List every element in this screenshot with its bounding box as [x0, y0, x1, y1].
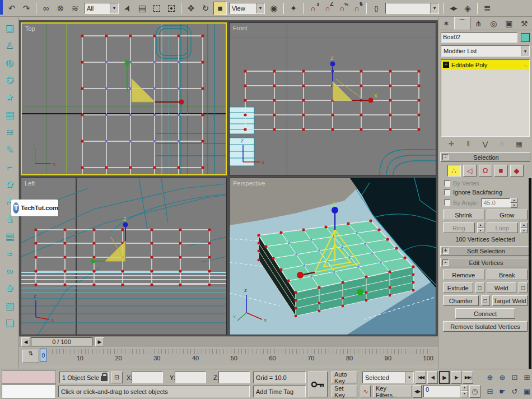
zoom-icon[interactable]: ⊕: [484, 371, 496, 384]
element-mode-icon[interactable]: ◆: [510, 165, 524, 177]
current-frame-marker[interactable]: 0: [40, 349, 47, 362]
selection-filter-dropdown[interactable]: All ▼: [84, 3, 119, 14]
edge-mode-icon[interactable]: ◁: [463, 165, 477, 177]
collapse-icon[interactable]: -: [442, 154, 449, 160]
time-slider-track[interactable]: ◀ 0 / 100 ▶: [19, 336, 438, 347]
select-and-move-icon[interactable]: ✥: [184, 2, 198, 15]
window-crossing-toggle-icon[interactable]: [165, 2, 178, 15]
select-and-manipulate-icon[interactable]: ✦: [287, 2, 300, 15]
spinner-down-icon[interactable]: ▼: [461, 391, 468, 397]
frame-spinner[interactable]: ▲ ▼: [461, 385, 468, 397]
layer-manager-icon[interactable]: ≣: [480, 2, 494, 15]
soft-selection-rollout-header[interactable]: + Soft Selection: [440, 246, 530, 256]
edit-vertices-rollout-header[interactable]: - Edit Vertices: [440, 258, 530, 267]
expand-icon[interactable]: +: [443, 62, 449, 68]
zoom-all-icon[interactable]: ⊛: [496, 371, 508, 384]
unlink-selection-icon[interactable]: ⊗: [54, 2, 67, 15]
snap-toggle-3d-icon[interactable]: ∩3: [306, 2, 320, 15]
maxscript-listener-pink[interactable]: [2, 370, 56, 384]
zoom-extents-icon[interactable]: ⊡: [508, 371, 521, 384]
perspective-viewport-canvas[interactable]: Z Z X Y: [230, 178, 436, 335]
undo-icon[interactable]: ↶: [5, 2, 18, 15]
border-mode-icon[interactable]: Ω: [479, 165, 492, 177]
next-frame-icon[interactable]: |▶: [451, 371, 461, 384]
chisel-icon[interactable]: ✎: [2, 141, 17, 158]
motion-tab-icon[interactable]: ◎: [486, 17, 502, 30]
keyable-curve-icon[interactable]: ∿: [361, 386, 371, 397]
weld-button[interactable]: Weld: [487, 282, 517, 293]
viewport-top[interactable]: Top: [21, 22, 227, 175]
select-and-scale-icon[interactable]: ■: [213, 2, 227, 15]
connect-button[interactable]: Connect: [455, 308, 515, 319]
chevron-down-icon[interactable]: ▼: [256, 3, 264, 13]
named-selection-dropdown[interactable]: ▼: [385, 3, 439, 14]
configure-modifier-sets-icon[interactable]: ▦: [513, 139, 525, 149]
min-max-toggle-icon[interactable]: ▣: [521, 385, 532, 398]
object-name-field[interactable]: Box02: [441, 33, 517, 43]
redo-icon[interactable]: ↷: [20, 2, 33, 15]
absolute-offset-toggle-icon[interactable]: ⊡: [111, 372, 123, 383]
collapse-icon[interactable]: -: [442, 259, 449, 266]
spinner-up-icon[interactable]: ▲: [520, 222, 528, 228]
selection-rollout-header[interactable]: - Selection: [440, 152, 530, 162]
target-weld-button[interactable]: Target Weld: [492, 295, 528, 306]
chevron-down-icon[interactable]: ▼: [405, 372, 413, 383]
rope-knot-icon[interactable]: ∞: [2, 262, 17, 280]
extrude-settings-icon[interactable]: □: [475, 282, 484, 293]
ragdoll-icon[interactable]: ♚: [2, 280, 17, 297]
zoom-extents-all-icon[interactable]: ⊞: [521, 371, 532, 384]
spinner-up-icon[interactable]: ▲: [477, 222, 484, 228]
spinner-up-icon[interactable]: ▲: [461, 385, 468, 391]
chevron-down-icon[interactable]: ▼: [110, 3, 118, 13]
hierarchy-tab-icon[interactable]: ⋔: [470, 17, 486, 30]
mini-curve-editor-icon[interactable]: ⇅: [22, 350, 39, 363]
checker-icon[interactable]: ▦: [2, 106, 17, 123]
cloth-shirt-icon[interactable]: ♙: [2, 36, 17, 54]
auto-key-button[interactable]: Auto Key: [332, 372, 357, 383]
select-and-rotate-icon[interactable]: ↻: [199, 2, 212, 15]
pin-icon[interactable]: ✪: [2, 71, 17, 89]
panel-scrollbar[interactable]: [529, 178, 531, 369]
rectangular-selection-region-icon[interactable]: [150, 2, 164, 15]
modify-tab-icon[interactable]: ⌒: [454, 17, 471, 30]
set-keys-button[interactable]: [309, 372, 328, 397]
extrude-button[interactable]: Extrude: [443, 282, 473, 293]
utilities-tab-icon[interactable]: ⚒: [517, 17, 532, 30]
bind-to-space-warp-icon[interactable]: ≋: [68, 2, 82, 15]
water-waves-icon[interactable]: ≈: [2, 245, 17, 262]
z-coord-field[interactable]: [218, 372, 250, 383]
remove-button[interactable]: Remove: [443, 270, 484, 280]
time-slider-handle[interactable]: 0 / 100: [31, 337, 92, 346]
ring-button[interactable]: Ring: [443, 222, 475, 233]
pin-stack-icon[interactable]: ✛: [445, 139, 458, 149]
ring-spinner[interactable]: ▲ ▼: [477, 222, 484, 233]
time-slider-next-icon[interactable]: ▶: [95, 337, 104, 346]
spinner-down-icon[interactable]: ▼: [477, 228, 484, 234]
vertex-mode-icon[interactable]: ∴: [447, 165, 461, 177]
key-mode-toggle-icon[interactable]: ◀▶: [413, 385, 422, 398]
object-color-swatch[interactable]: [521, 33, 530, 42]
softbody-ball-icon[interactable]: ◍: [2, 54, 17, 71]
x-coord-field[interactable]: [132, 372, 163, 383]
named-selection-sets-icon[interactable]: {}: [370, 2, 383, 15]
loop-spinner[interactable]: ▲ ▼: [520, 222, 528, 233]
maxscript-listener-white[interactable]: [2, 384, 56, 398]
hinge-icon[interactable]: ⌐: [2, 158, 17, 175]
modifier-stack[interactable]: + Editable Poly ·.: [441, 59, 530, 137]
viewport-perspective[interactable]: Perspective: [229, 178, 436, 335]
select-by-name-icon[interactable]: ▤: [136, 2, 149, 15]
rigid-body-cubes-icon[interactable]: ▣: [2, 19, 17, 36]
y-coord-field[interactable]: [175, 372, 206, 383]
ignore-backfacing-checkbox[interactable]: [444, 189, 450, 196]
key-filter-selection-dropdown[interactable]: Selected ▼: [362, 372, 414, 383]
arc-rotate-icon[interactable]: ↺: [508, 385, 521, 398]
chamfer-button[interactable]: Chamfer: [443, 295, 479, 306]
by-angle-spinner[interactable]: ▲ ▼: [510, 198, 517, 207]
spinner-down-icon[interactable]: ▼: [520, 228, 528, 234]
by-angle-checkbox[interactable]: [444, 200, 450, 206]
pan-hand-icon[interactable]: ☛: [496, 385, 508, 398]
front-viewport-canvas[interactable]: Z X Z X: [230, 23, 436, 175]
set-key-button[interactable]: Set Key: [332, 386, 357, 397]
time-configuration-icon[interactable]: ◷: [469, 385, 480, 398]
selection-lock-icon[interactable]: [101, 376, 108, 381]
